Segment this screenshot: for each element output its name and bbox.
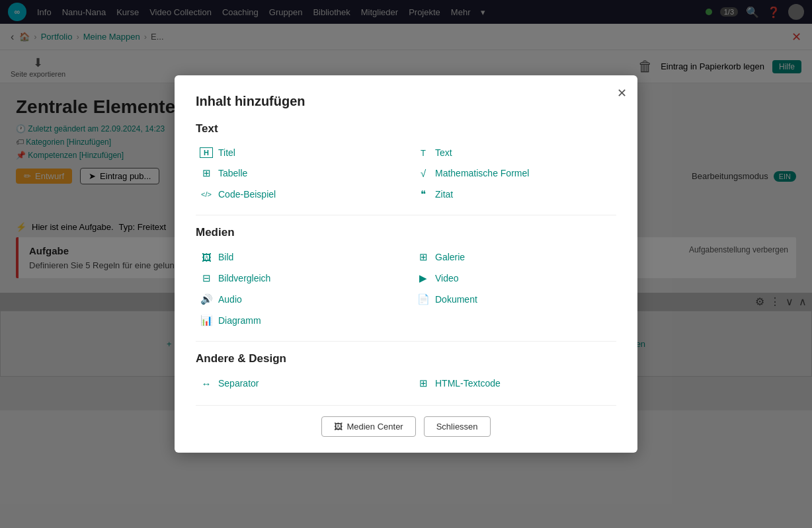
galerie-label: Galerie (435, 252, 465, 262)
modal-item-text[interactable]: T Text (413, 145, 616, 161)
diagramm-label: Diagramm (218, 315, 261, 326)
html-label: HTML-Textcode (435, 378, 501, 389)
modal-item-video[interactable]: ▶ Video (413, 270, 616, 287)
modal-item-code[interactable]: </> Code-Beispiel (196, 186, 399, 203)
text-items-grid: H Titel T Text ⊞ Tabelle √ Mathematische… (196, 145, 616, 203)
html-icon: ⊞ (417, 377, 430, 389)
schliessen-button[interactable]: Schliessen (424, 416, 491, 437)
modal-item-bild[interactable]: 🖼 Bild (196, 248, 399, 266)
medien-center-button[interactable]: 🖼 Medien Center (321, 416, 415, 437)
dokument-icon: 📄 (417, 293, 430, 305)
audio-icon: 🔊 (200, 293, 213, 305)
divider-medien (196, 215, 616, 215)
tabelle-icon: ⊞ (200, 167, 213, 179)
modal-title: Inhalt hinzufügen (196, 94, 616, 109)
modal-item-tabelle[interactable]: ⊞ Tabelle (196, 165, 399, 182)
modal-item-galerie[interactable]: ⊞ Galerie (413, 248, 616, 266)
modal-footer: 🖼 Medien Center Schliessen (196, 405, 616, 437)
medien-center-icon: 🖼 (334, 422, 343, 432)
bild-icon: 🖼 (200, 252, 213, 263)
medien-center-label: Medien Center (346, 422, 403, 432)
code-icon: </> (200, 190, 213, 198)
video-icon: ▶ (417, 272, 430, 284)
text-icon: T (417, 148, 430, 158)
titel-label: Titel (218, 147, 235, 158)
section-heading-text: Text (196, 122, 616, 135)
modal-overlay: Inhalt hinzufügen ✕ Text H Titel T Text … (0, 0, 812, 528)
diagramm-icon: 📊 (200, 315, 213, 326)
zitat-icon: ❝ (417, 188, 430, 200)
modal-dialog: Inhalt hinzufügen ✕ Text H Titel T Text … (175, 75, 637, 453)
bildvergleich-icon: ⊟ (200, 272, 213, 284)
titel-icon: H (200, 147, 213, 158)
section-heading-medien: Medien (196, 226, 616, 239)
section-heading-andere: Andere & Design (196, 352, 616, 365)
modal-item-titel[interactable]: H Titel (196, 145, 399, 161)
modal-item-formel[interactable]: √ Mathematische Formel (413, 165, 616, 182)
medien-items-grid: 🖼 Bild ⊞ Galerie ⊟ Bildvergleich ▶ Video… (196, 248, 616, 329)
bildvergleich-label: Bildvergleich (218, 273, 270, 283)
zitat-label: Zitat (435, 189, 453, 200)
modal-item-audio[interactable]: 🔊 Audio (196, 291, 399, 308)
modal-item-bildvergleich[interactable]: ⊟ Bildvergleich (196, 270, 399, 287)
modal-item-dokument[interactable]: 📄 Dokument (413, 291, 616, 308)
dokument-label: Dokument (435, 294, 477, 305)
modal-item-diagramm[interactable]: 📊 Diagramm (196, 312, 399, 329)
modal-item-zitat[interactable]: ❝ Zitat (413, 186, 616, 203)
modal-item-separator[interactable]: ↔ Separator (196, 375, 399, 392)
audio-label: Audio (218, 294, 242, 305)
video-label: Video (435, 273, 459, 283)
formel-label: Mathematische Formel (435, 168, 529, 178)
andere-items-grid: ↔ Separator ⊞ HTML-Textcode (196, 375, 616, 392)
bild-label: Bild (218, 252, 233, 262)
modal-close-button[interactable]: ✕ (617, 86, 627, 100)
separator-icon: ↔ (200, 378, 213, 389)
code-label: Code-Beispiel (218, 189, 276, 200)
formel-icon: √ (417, 168, 430, 179)
galerie-icon: ⊞ (417, 251, 430, 263)
tabelle-label: Tabelle (218, 168, 247, 178)
modal-item-html[interactable]: ⊞ HTML-Textcode (413, 375, 616, 392)
divider-andere (196, 341, 616, 342)
text-label: Text (435, 147, 452, 158)
separator-label: Separator (218, 378, 259, 389)
